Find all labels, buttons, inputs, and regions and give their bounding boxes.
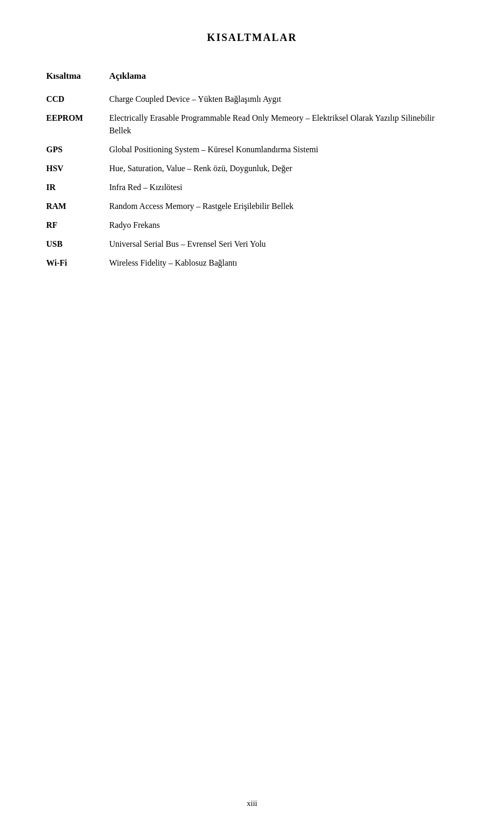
description-cell: Universal Serial Bus – Evrensel Seri Ver…	[105, 235, 462, 254]
abbreviation-cell: HSV	[42, 159, 105, 178]
abbreviation-cell: GPS	[42, 140, 105, 159]
abbreviation-cell: CCD	[42, 90, 105, 109]
col-header-desc: Açıklama	[105, 69, 462, 90]
table-row: Wi-FiWireless Fidelity – Kablosuz Bağlan…	[42, 254, 462, 272]
table-header-row: Kısaltma Açıklama	[42, 69, 462, 90]
table-row: RAMRandom Access Memory – Rastgele Erişi…	[42, 197, 462, 216]
col-header-abbr: Kısaltma	[42, 69, 105, 90]
abbreviation-cell: IR	[42, 178, 105, 197]
page: KISALTMALAR Kısaltma Açıklama CCDCharge …	[0, 0, 504, 829]
abbreviation-cell: RF	[42, 216, 105, 235]
description-cell: Random Access Memory – Rastgele Erişileb…	[105, 197, 462, 216]
table-row: CCDCharge Coupled Device – Yükten Bağlaş…	[42, 90, 462, 109]
abbreviation-cell: Wi-Fi	[42, 254, 105, 272]
description-cell: Charge Coupled Device – Yükten Bağlaşıml…	[105, 90, 462, 109]
description-cell: Global Positioning System – Küresel Konu…	[105, 140, 462, 159]
table-row: GPSGlobal Positioning System – Küresel K…	[42, 140, 462, 159]
table-row: EEPROMElectrically Erasable Programmable…	[42, 109, 462, 140]
description-cell: Wireless Fidelity – Kablosuz Bağlantı	[105, 254, 462, 272]
description-cell: Radyo Frekans	[105, 216, 462, 235]
table-row: USBUniversal Serial Bus – Evrensel Seri …	[42, 235, 462, 254]
description-cell: Hue, Saturation, Value – Renk özü, Doygu…	[105, 159, 462, 178]
page-title: KISALTMALAR	[42, 32, 462, 44]
abbreviation-cell: EEPROM	[42, 109, 105, 140]
abbreviations-table: Kısaltma Açıklama CCDCharge Coupled Devi…	[42, 69, 462, 272]
table-row: HSVHue, Saturation, Value – Renk özü, Do…	[42, 159, 462, 178]
description-cell: Electrically Erasable Programmable Read …	[105, 109, 462, 140]
description-cell: Infra Red – Kızılötesi	[105, 178, 462, 197]
table-row: IRInfra Red – Kızılötesi	[42, 178, 462, 197]
abbreviation-cell: USB	[42, 235, 105, 254]
page-footer: xiii	[0, 799, 504, 808]
table-row: RFRadyo Frekans	[42, 216, 462, 235]
abbreviation-cell: RAM	[42, 197, 105, 216]
